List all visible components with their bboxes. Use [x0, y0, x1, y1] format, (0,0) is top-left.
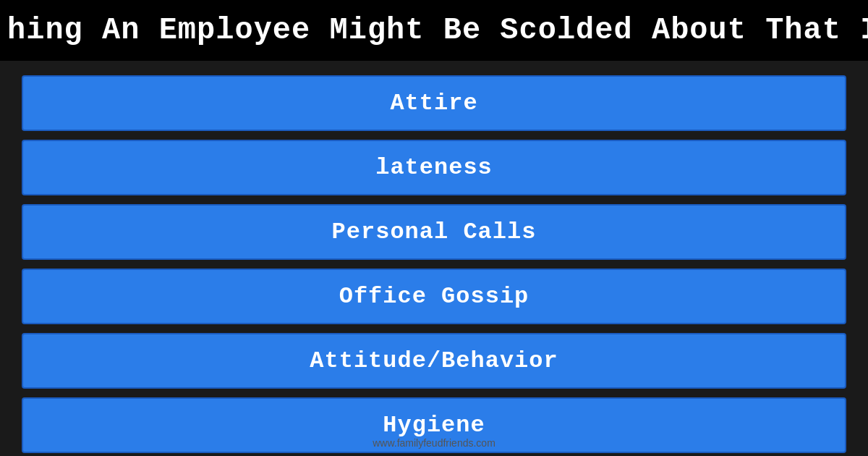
footer: www.familyfeudfriends.com	[0, 437, 868, 450]
answer-row: Attitude/Behavior	[22, 333, 846, 389]
answer-text: Hygiene	[383, 412, 485, 439]
answer-text: Attitude/Behavior	[310, 347, 558, 374]
answer-row: Attire	[22, 75, 846, 131]
question-header: hing An Employee Might Be Scolded About …	[0, 0, 868, 61]
answer-text: lateness	[375, 154, 493, 181]
answer-row: Personal Calls	[22, 204, 846, 260]
answer-row: lateness	[22, 140, 846, 195]
answer-text: Attire	[390, 90, 477, 117]
answer-text: Office Gossip	[339, 283, 529, 310]
answer-row: Office Gossip	[22, 269, 846, 324]
answer-text: Personal Calls	[332, 219, 537, 245]
footer-url: www.familyfeudfriends.com	[373, 437, 495, 449]
answers-container: AttirelatenessPersonal CallsOffice Gossi…	[0, 61, 868, 456]
question-text: hing An Employee Might Be Scolded About …	[7, 13, 868, 48]
